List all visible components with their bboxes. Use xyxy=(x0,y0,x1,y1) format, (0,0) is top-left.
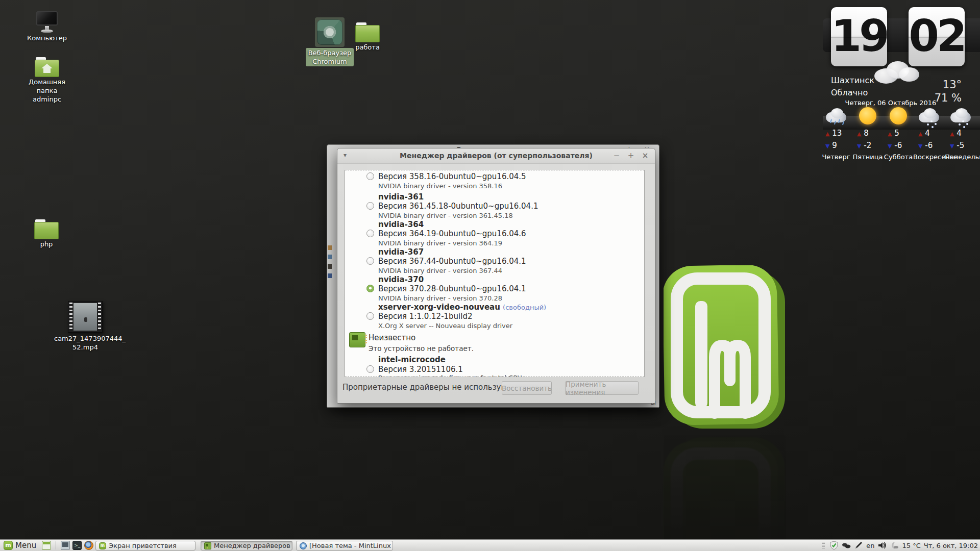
radio-nvidia-358[interactable] xyxy=(366,172,374,180)
brush-icon[interactable] xyxy=(854,541,863,550)
weather-condition: Облачно xyxy=(831,88,868,97)
driver-row-nouveau[interactable]: xserver-xorg-video-nouveau (свободный) В… xyxy=(345,303,644,331)
forecast-day: ▲ 5 ▼ -6 Суббота xyxy=(883,104,914,161)
mint-logo xyxy=(664,265,786,431)
menu-button[interactable]: Menu xyxy=(15,541,36,550)
dialog-titlebar[interactable]: ▾ Менеджер драйверов (от суперпользовате… xyxy=(337,148,655,164)
computer-icon xyxy=(35,10,59,34)
network-icon[interactable] xyxy=(842,541,851,550)
desktop-icon-label: Компьютер xyxy=(23,34,70,42)
show-desktop-button[interactable] xyxy=(42,541,51,550)
update-shield-icon[interactable] xyxy=(829,541,839,550)
desktop-icon-label: Веб-браузер xyxy=(308,48,352,57)
driver-row-nvidia-364[interactable]: nvidia-364 Версия 364.19-0ubuntu0~gpu16.… xyxy=(345,220,644,248)
restore-button[interactable]: Восстановить xyxy=(502,381,552,395)
chip-window-icon xyxy=(204,542,211,549)
taskbar-window-welcome[interactable]: m Экран приветствия xyxy=(95,541,195,550)
sun-icon xyxy=(890,107,907,124)
taskbar-separator xyxy=(56,541,56,549)
folder-icon xyxy=(34,219,59,240)
close-button[interactable]: × xyxy=(641,151,650,161)
desktop-icon-label: adminpc xyxy=(20,95,74,104)
taskbar-window-chromium[interactable]: [Новая тема - MintLinux –... xyxy=(296,541,393,550)
dialog-title: Менеджер драйверов (от суперпользователя… xyxy=(337,152,655,160)
free-badge[interactable]: (свободный) xyxy=(503,304,546,311)
forecast-day: ▲ 4 ▼ -5 Понедельник xyxy=(945,104,976,161)
desktop-icon-label: работа xyxy=(346,43,389,52)
driver-row-nvidia-370[interactable]: nvidia-370 Версия 370.28-0ubuntu0~gpu16.… xyxy=(345,275,644,304)
radio-intel-microcode[interactable] xyxy=(366,365,374,373)
desktop-icon-label: cam27_1473907444_ xyxy=(54,334,116,343)
forecast-day: ▲ 8 ▼ -2 Пятница xyxy=(852,104,884,161)
folder-icon xyxy=(355,22,380,43)
driver-manager-dialog: ▾ Менеджер драйверов (от суперпользовате… xyxy=(337,148,655,404)
maximize-button[interactable]: + xyxy=(626,151,635,161)
lo-arrow-icon: ▼ xyxy=(825,143,829,149)
apply-changes-button[interactable]: Применить изменения xyxy=(565,381,639,395)
forecast-day: ▲ 4 ▼ -6 Воскресенье xyxy=(913,104,945,161)
chromium-window-icon xyxy=(300,542,307,549)
cloud-graphic xyxy=(870,57,921,87)
screenshot-launcher-icon[interactable] xyxy=(61,541,70,550)
tray-clock[interactable]: Чт, 6 окт, 19:02 xyxy=(924,542,978,549)
device-chip-icon xyxy=(349,332,365,347)
radio-nvidia-370-selected[interactable] xyxy=(366,285,374,292)
chromium-icon xyxy=(317,19,342,45)
weather-temperature: 13° xyxy=(925,79,962,91)
tray-grip[interactable] xyxy=(822,542,825,549)
keyboard-layout[interactable]: en xyxy=(866,542,874,549)
desktop-icon-label: php xyxy=(29,240,64,248)
welcome-window-icon-fragments xyxy=(328,241,332,283)
minimize-button[interactable]: − xyxy=(612,151,621,161)
firefox-launcher-icon[interactable] xyxy=(84,541,93,550)
status-text: Проприетарные драйверы не используются. xyxy=(342,383,523,392)
driver-row-nvidia-361[interactable]: nvidia-361 Версия 361.45.18-0ubuntu0~gpu… xyxy=(345,192,644,221)
device-header-row: Неизвестно Это устройство не работает. xyxy=(345,332,644,357)
reflection-fade xyxy=(664,435,786,551)
radio-nvidia-367[interactable] xyxy=(366,257,374,265)
terminal-launcher-icon[interactable]: >_ xyxy=(72,541,82,550)
desktop-icon-video[interactable]: cam27_1473907444_ 52.mp4 xyxy=(54,301,116,352)
mint-window-icon: m xyxy=(99,542,106,549)
radio-nvidia-364[interactable] xyxy=(366,230,374,237)
radio-nouveau[interactable] xyxy=(366,312,374,320)
desktop-icon-computer[interactable]: Компьютер xyxy=(23,10,70,42)
driver-list[interactable]: nvidia-358 Версия 358.16-0ubuntu0~gpu16.… xyxy=(345,170,645,377)
desktop-icon-label: 52.mp4 xyxy=(54,343,116,352)
weather-city: Шахтинск xyxy=(831,76,874,85)
desktop-icon-label: Домашняя папка xyxy=(20,78,74,95)
sun-icon xyxy=(859,107,876,124)
taskbar: m Menu >_ m Экран приветствия Менеджер д… xyxy=(0,539,980,551)
driver-row-nvidia-358[interactable]: nvidia-358 Версия 358.16-0ubuntu0~gpu16.… xyxy=(345,170,644,191)
video-thumbnail-icon xyxy=(68,301,103,333)
radio-nvidia-361[interactable] xyxy=(366,202,374,210)
night-weather-icon[interactable] xyxy=(890,541,899,550)
desktop-icon-home[interactable]: Домашняя папка adminpc xyxy=(20,57,74,104)
home-folder-icon xyxy=(35,57,59,78)
tray-temperature[interactable]: 15 °C xyxy=(902,542,920,549)
hi-arrow-icon: ▲ xyxy=(825,131,829,137)
mint-menu-icon[interactable]: m xyxy=(4,541,13,550)
desktop-icon-php[interactable]: php xyxy=(29,219,64,248)
forecast-day: ▲ 13 ▼ 9 Четверг xyxy=(820,104,852,161)
desktop-icon-rabota[interactable]: работа xyxy=(346,22,389,52)
driver-row-nvidia-367[interactable]: nvidia-367 Версия 367.44-0ubuntu0~gpu16.… xyxy=(345,247,644,276)
volume-icon[interactable] xyxy=(877,541,887,550)
desktop-icon-label: Chromium xyxy=(308,57,352,66)
driver-row-intel-microcode[interactable]: intel-microcode Версия 3.20151106.1 Proc… xyxy=(345,355,644,377)
taskbar-window-driver-manager[interactable]: Менеджер драйверов (о... xyxy=(201,541,292,550)
